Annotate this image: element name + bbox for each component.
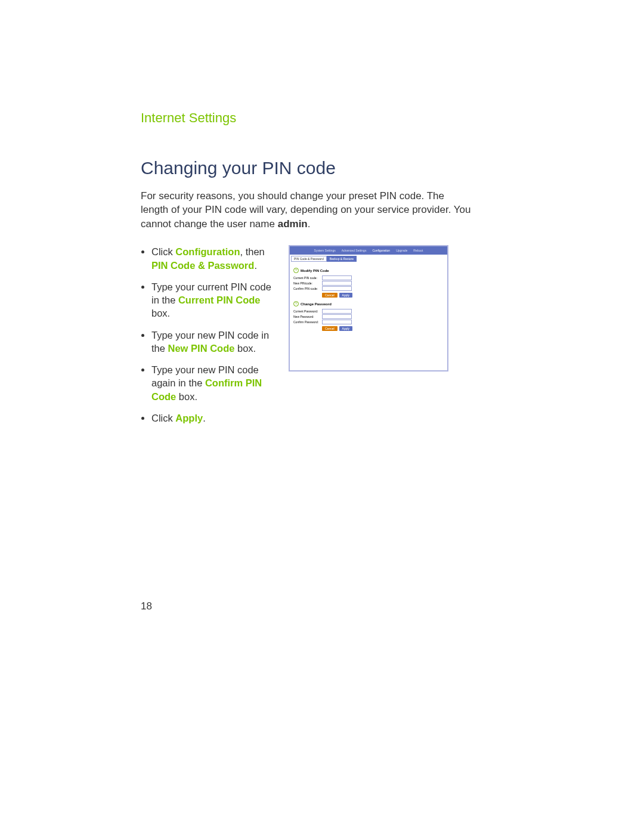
document-page: Internet Settings Changing your PIN code…	[0, 0, 644, 833]
intro-text-2: .	[308, 218, 311, 230]
step-5: Click Apply.	[151, 411, 278, 425]
steps-list: Click Configuration, then PIN Code & Pas…	[141, 245, 278, 425]
section-title-modify-pin: Modify PIN Code	[301, 269, 329, 272]
step-text: box.	[151, 308, 170, 318]
label-current-pin: Current PIN code:	[293, 276, 322, 280]
step-highlight: PIN Code & Password	[151, 260, 254, 271]
input-confirm-password[interactable]	[322, 320, 352, 324]
steps-column: Click Configuration, then PIN Code & Pas…	[141, 245, 278, 433]
row-new-password: New Password:	[293, 314, 445, 319]
cancel-button[interactable]: Cancel	[322, 293, 338, 298]
step-text: , then	[240, 246, 265, 257]
row-current-pin: Current PIN code:	[293, 275, 445, 280]
step-text: Click	[151, 413, 175, 423]
apply-button[interactable]: Apply	[339, 326, 353, 331]
input-new-pin[interactable]	[322, 281, 352, 286]
step-1: Click Configuration, then PIN Code & Pas…	[151, 245, 278, 272]
label-confirm-pin: Confirm PIN code:	[293, 287, 322, 290]
nav-system-settings[interactable]: System Settings	[314, 249, 336, 252]
step-2: Type your current PIN code in the Curren…	[151, 280, 278, 320]
input-new-password[interactable]	[322, 314, 352, 319]
apply-button[interactable]: Apply	[339, 293, 353, 298]
step-text: box.	[176, 391, 197, 402]
nav-configuration[interactable]: Configuration	[372, 249, 390, 252]
step-highlight: Apply	[175, 413, 203, 423]
label-new-pin: New PINcode:	[293, 281, 322, 285]
nav-bar: System Settings Advanced Settings Config…	[290, 246, 447, 255]
buttons-password: Cancel Apply	[322, 326, 445, 331]
step-text: .	[254, 260, 257, 271]
page-number: 18	[141, 600, 152, 612]
step-text: box.	[234, 343, 256, 354]
row-confirm-pin: Confirm PIN code:	[293, 286, 445, 291]
step-highlight: Current PIN Code	[178, 295, 261, 305]
section-modify-pin: ? Modify PIN Code	[293, 268, 445, 273]
step-text: Click	[151, 246, 175, 257]
step-text: .	[203, 413, 206, 423]
row-confirm-password: Confirm Password:	[293, 320, 445, 324]
tab-pin-password[interactable]: PIN Code & Password	[291, 256, 327, 262]
sub-tabs: PIN Code & Password Backup & Restore	[291, 256, 447, 262]
cancel-button[interactable]: Cancel	[322, 326, 338, 331]
step-highlight: New PIN Code	[168, 343, 235, 354]
section-header: Internet Settings	[141, 110, 475, 126]
label-new-password: New Password:	[293, 315, 322, 318]
panel-body: ? Modify PIN Code Current PIN code: New …	[290, 262, 447, 370]
label-confirm-password: Confirm Password:	[293, 320, 322, 324]
label-current-password: Current Password:	[293, 309, 322, 313]
page-title: Changing your PIN code	[141, 158, 475, 178]
intro-bold: admin	[278, 218, 308, 230]
step-3: Type your new PIN code in the New PIN Co…	[151, 329, 278, 355]
intro-paragraph: For security reasons, you should change …	[141, 189, 475, 231]
row-current-password: Current Password:	[293, 309, 445, 314]
input-current-pin[interactable]	[322, 275, 352, 280]
tab-backup-restore[interactable]: Backup & Restore	[327, 256, 357, 262]
row-new-pin: New PINcode:	[293, 281, 445, 286]
buttons-pin: Cancel Apply	[322, 293, 445, 298]
two-column-layout: Click Configuration, then PIN Code & Pas…	[141, 245, 475, 433]
help-icon[interactable]: ?	[293, 268, 299, 273]
section-title-change-password: Change Password	[301, 302, 332, 306]
nav-upgrade[interactable]: Upgrade	[396, 249, 407, 252]
input-confirm-pin[interactable]	[322, 286, 352, 291]
content-column: Internet Settings Changing your PIN code…	[141, 110, 475, 433]
input-current-password[interactable]	[322, 309, 352, 314]
step-highlight: Configuration	[175, 246, 240, 257]
admin-screenshot-panel: System Settings Advanced Settings Config…	[289, 245, 448, 371]
section-change-password: ? Change Password	[293, 301, 445, 306]
nav-advanced-settings[interactable]: Advanced Settings	[342, 249, 367, 252]
help-icon[interactable]: ?	[293, 301, 299, 306]
nav-reboot[interactable]: Reboot	[413, 249, 423, 252]
step-4: Type your new PIN code again in the Conf…	[151, 363, 278, 403]
